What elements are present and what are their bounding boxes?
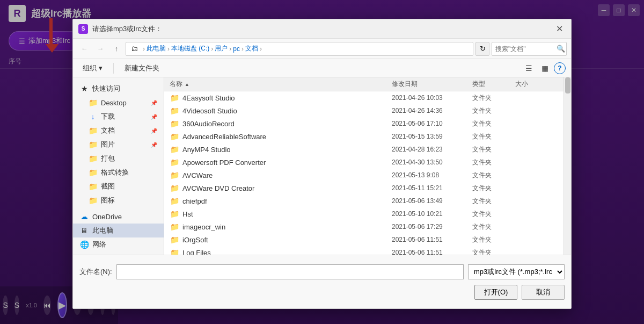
filename-input[interactable] xyxy=(116,264,464,279)
file-name: chiefpdf xyxy=(182,197,392,205)
folder-icon: 📁 xyxy=(170,235,179,244)
file-type: 文件夹 xyxy=(472,106,515,116)
dialog-app-icon: S xyxy=(78,24,88,34)
breadcrumb-docs[interactable]: 文档 xyxy=(245,44,258,53)
table-row[interactable]: 📁 Hst 2021-05-10 10:21 文件夹 xyxy=(164,207,564,220)
breadcrumb-pc[interactable]: pc xyxy=(233,45,240,53)
breadcrumb-this-pc[interactable]: 此电脑 xyxy=(147,44,166,53)
breadcrumb-users[interactable]: 用户 xyxy=(215,44,228,53)
file-name: Log Files xyxy=(182,249,392,255)
organize-label: 组织 ▾ xyxy=(83,63,103,73)
file-name: 4Videosoft Studio xyxy=(182,107,392,115)
nav-item-download[interactable]: ↓ 下载 📌 xyxy=(73,110,164,124)
col-header-size[interactable]: 大小 xyxy=(515,80,558,89)
file-date: 2021-04-26 14:36 xyxy=(392,107,472,114)
forward-button[interactable]: → xyxy=(93,42,107,56)
file-name: Apowersoft PDF Converter xyxy=(182,159,392,167)
dialog-close-button[interactable]: ✕ xyxy=(553,23,566,35)
scrollbar[interactable] xyxy=(564,77,571,255)
up-button[interactable]: ↑ xyxy=(109,42,123,56)
toolbar-right: ☰ ▦ ? xyxy=(522,61,566,75)
file-name: AVCWare xyxy=(182,171,392,179)
filename-row: 文件名(N): mp3或lrc文件 (*.mp3;*.lrc)所有文件 (*.*… xyxy=(79,264,565,279)
table-row[interactable]: 📁 4Easysoft Studio 2021-04-26 10:03 文件夹 xyxy=(164,91,564,104)
view-list-button[interactable]: ☰ xyxy=(522,61,536,75)
cancel-button[interactable]: 取消 xyxy=(522,285,565,300)
filetype-select[interactable]: mp3或lrc文件 (*.mp3;*.lrc)所有文件 (*.*) xyxy=(468,264,565,279)
file-name: 4Easysoft Studio xyxy=(182,94,392,102)
file-name: Hst xyxy=(182,210,392,218)
nav-item-network-label: 网络 xyxy=(92,240,106,249)
folder-icon: 📁 xyxy=(170,196,179,206)
table-row[interactable]: 📁 AVCWare 2021-05-13 9:08 文件夹 xyxy=(164,169,564,182)
special-section: ☁ OneDrive 🖥 此电脑 🌐 网络 xyxy=(73,210,164,251)
table-row[interactable]: 📁 iOrgSoft 2021-05-06 11:51 文件夹 xyxy=(164,233,564,246)
new-folder-button[interactable]: 新建文件夹 xyxy=(120,62,164,75)
quick-access-label: 快速访问 xyxy=(92,84,120,93)
table-row[interactable]: 📁 imageocr_win 2021-05-06 17:29 文件夹 xyxy=(164,220,564,233)
open-button[interactable]: 打开(O) xyxy=(474,285,517,300)
dialog-bottom: 文件名(N): mp3或lrc文件 (*.mp3;*.lrc)所有文件 (*.*… xyxy=(73,255,571,308)
search-input[interactable] xyxy=(495,45,554,53)
dialog-toolbar: 组织 ▾ 新建文件夹 ☰ ▦ ? xyxy=(73,59,571,77)
nav-item-this-pc[interactable]: 🖥 此电脑 xyxy=(73,224,164,237)
pin-icon: 📌 xyxy=(151,100,157,106)
table-row[interactable]: 📁 AnyMP4 Studio 2021-04-28 16:23 文件夹 xyxy=(164,143,564,156)
nav-item-onedrive[interactable]: ☁ OneDrive xyxy=(73,210,164,224)
folder-icon-3: 📁 xyxy=(88,140,98,149)
breadcrumb-home-icon: 🗂 xyxy=(129,44,139,54)
file-type: 文件夹 xyxy=(472,93,515,103)
back-button[interactable]: ← xyxy=(77,42,91,56)
table-row[interactable]: 📁 Log Files 2021-05-06 11:51 文件夹 xyxy=(164,246,564,255)
col-header-type[interactable]: 类型 xyxy=(472,80,515,89)
file-date: 2021-05-13 9:08 xyxy=(392,171,472,179)
table-row[interactable]: 📁 AdvancedReliableSoftware 2021-05-15 13… xyxy=(164,130,564,143)
nav-item-pictures[interactable]: 📁 图片 📌 xyxy=(73,138,164,152)
table-row[interactable]: 📁 Apowersoft PDF Converter 2021-04-30 13… xyxy=(164,156,564,169)
table-row[interactable]: 📁 360AudioRecord 2021-05-06 17:10 文件夹 xyxy=(164,117,564,130)
folder-icon: 📁 xyxy=(170,119,179,128)
table-row[interactable]: 📁 AVCWare DVD Creator 2021-05-11 15:21 文… xyxy=(164,182,564,195)
col-header-name[interactable]: 名称 ▲ xyxy=(170,80,392,89)
file-date: 2021-04-26 10:03 xyxy=(392,94,472,102)
folder-icon-7: 📁 xyxy=(88,196,98,205)
folder-icon: 📁 xyxy=(170,93,179,103)
search-icon: 🔍 xyxy=(557,45,565,53)
nav-item-docs[interactable]: 📁 文档 📌 xyxy=(73,124,164,138)
pin-icon-2: 📌 xyxy=(151,114,157,120)
nav-item-pack[interactable]: 📁 打包 xyxy=(73,152,164,165)
nav-quick-access-header[interactable]: ★ 快速访问 xyxy=(73,82,164,96)
file-type: 文件夹 xyxy=(472,171,515,180)
nav-item-format[interactable]: 📁 格式转换 xyxy=(73,165,164,179)
nav-item-docs-label: 文档 xyxy=(101,126,115,135)
nav-item-onedrive-label: OneDrive xyxy=(92,213,122,221)
search-bar: 🔍 xyxy=(492,42,567,56)
help-button[interactable]: ? xyxy=(554,62,566,74)
view-tiles-button[interactable]: ▦ xyxy=(538,61,552,75)
folder-icon-2: 📁 xyxy=(88,126,98,135)
nav-item-icons[interactable]: 📁 图标 xyxy=(73,193,164,207)
app-background: R 超级lrc播放器 ─ □ ✕ ☰ 添加mp3和lrc − 序号 S S x1… xyxy=(0,0,644,324)
address-refresh-button[interactable]: ↻ xyxy=(475,42,489,56)
file-date: 2021-05-15 13:59 xyxy=(392,133,472,140)
nav-item-pictures-label: 图片 xyxy=(101,140,115,149)
file-type: 文件夹 xyxy=(472,210,515,219)
nav-item-pack-label: 打包 xyxy=(101,154,115,163)
file-name: 360AudioRecord xyxy=(182,120,392,128)
breadcrumb-c-drive[interactable]: 本地磁盘 (C:) xyxy=(171,44,209,53)
table-row[interactable]: 📁 4Videosoft Studio 2021-04-26 14:36 文件夹 xyxy=(164,104,564,117)
folder-icon-4: 📁 xyxy=(88,154,98,163)
nav-item-screenshot[interactable]: 📁 截图 xyxy=(73,179,164,193)
file-date: 2021-05-06 13:49 xyxy=(392,197,472,205)
folder-icon-5: 📁 xyxy=(88,168,98,177)
col-header-date[interactable]: 修改日期 xyxy=(392,80,472,89)
file-date: 2021-05-06 17:10 xyxy=(392,120,472,127)
nav-item-download-label: 下载 xyxy=(101,112,115,121)
table-row[interactable]: 📁 chiefpdf 2021-05-06 13:49 文件夹 xyxy=(164,195,564,207)
folder-icon: 📁 xyxy=(170,106,179,116)
address-breadcrumb: 🗂 › 此电脑 › 本地磁盘 (C:) › 用户 › pc › 文档 › xyxy=(126,42,473,56)
nav-item-network[interactable]: 🌐 网络 xyxy=(73,237,164,251)
organize-button[interactable]: 组织 ▾ xyxy=(78,62,107,75)
nav-item-desktop[interactable]: 📁 Desktop 📌 xyxy=(73,96,164,110)
file-list-body: 📁 4Easysoft Studio 2021-04-26 10:03 文件夹 … xyxy=(164,91,564,255)
